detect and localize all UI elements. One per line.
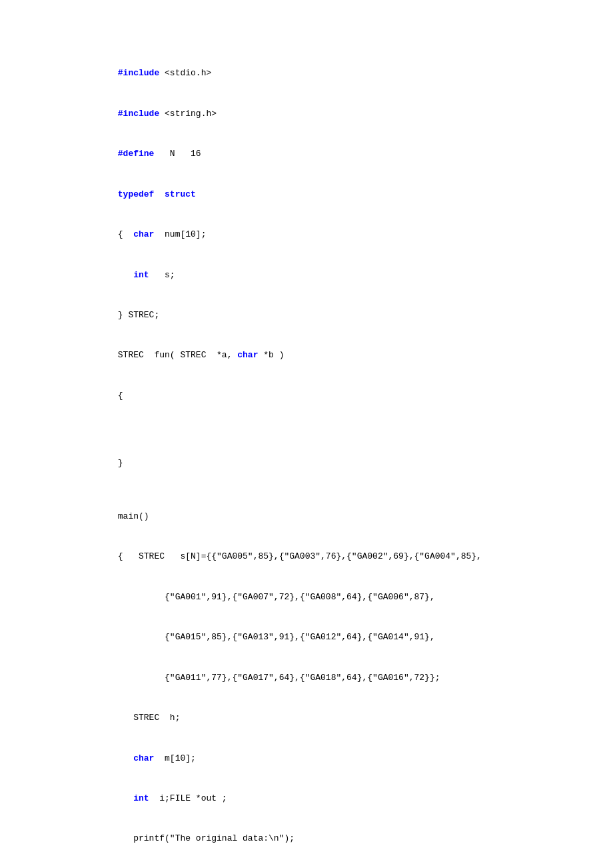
code-struct-close: } STREC; bbox=[87, 295, 526, 335]
code-text: m[10]; bbox=[154, 753, 195, 763]
code-text: {"GA011",77},{"GA017",64},{"GA018",64},{… bbox=[118, 673, 440, 683]
code-main-decl: main() bbox=[87, 497, 526, 537]
code-text bbox=[118, 270, 133, 280]
keyword-typedef: typedef bbox=[118, 189, 155, 199]
page-container: #include <stdio.h> #include <string.h> #… bbox=[0, 13, 613, 868]
code-text: { STREC s[N]={{"GA005",85},{"GA003",76},… bbox=[118, 551, 482, 561]
code-define: #define N 16 bbox=[87, 134, 526, 174]
keyword-char3: char bbox=[133, 753, 154, 763]
code-text: <string.h> bbox=[159, 109, 217, 119]
code-text: i;FILE *out ; bbox=[149, 793, 227, 803]
code-line-blank1 bbox=[87, 27, 526, 40]
code-struct-int: int s; bbox=[87, 255, 526, 295]
code-text: *b ) bbox=[258, 350, 284, 360]
code-include-string: #include <string.h> bbox=[87, 94, 526, 134]
code-text bbox=[154, 189, 165, 199]
code-text: { bbox=[118, 391, 123, 401]
code-text bbox=[118, 753, 133, 763]
code-text: printf("The original data:\n"); bbox=[118, 833, 295, 843]
code-text: {"GA015",85},{"GA013",91},{"GA012",64},{… bbox=[118, 632, 435, 642]
keyword-int2: int bbox=[133, 793, 149, 803]
code-text: <stdio.h> bbox=[159, 68, 211, 78]
code-strec-h: STREC h; bbox=[87, 698, 526, 738]
keyword-char1: char bbox=[133, 229, 154, 239]
code-text bbox=[118, 793, 133, 803]
code-text: {"GA001",91},{"GA007",72},{"GA008",64},{… bbox=[118, 592, 435, 602]
keyword-int1: int bbox=[133, 270, 149, 280]
keyword-char2: char bbox=[237, 350, 258, 360]
code-text: STREC fun( STREC *a, bbox=[118, 350, 237, 360]
code-fun-close: } bbox=[87, 443, 526, 483]
code-struct-open: { char num[10]; bbox=[87, 215, 526, 255]
code-fun-open: { bbox=[87, 376, 526, 416]
keyword-struct: struct bbox=[165, 189, 196, 199]
code-blank3 bbox=[87, 416, 526, 429]
code-section: #include <stdio.h> #include <string.h> #… bbox=[0, 20, 613, 868]
code-line-blank2 bbox=[87, 40, 526, 53]
code-include-stdio: #include <stdio.h> bbox=[87, 53, 526, 93]
code-text: STREC h; bbox=[118, 713, 181, 723]
code-blank4 bbox=[87, 429, 526, 443]
code-typedef: typedef struct bbox=[87, 175, 526, 215]
code-int-i: int i;FILE *out ; bbox=[87, 779, 526, 819]
code-text: N 16 bbox=[154, 149, 201, 159]
code-array-2: {"GA001",91},{"GA007",72},{"GA008",64},{… bbox=[87, 577, 526, 617]
code-array-3: {"GA015",85},{"GA013",91},{"GA012",64},{… bbox=[87, 617, 526, 657]
keyword-include1: #include bbox=[118, 68, 159, 78]
code-char-m: char m[10]; bbox=[87, 738, 526, 778]
code-fun-decl: STREC fun( STREC *a, char *b ) bbox=[87, 335, 526, 375]
code-blank5 bbox=[87, 483, 526, 497]
code-text: main() bbox=[118, 511, 149, 521]
code-text: { bbox=[118, 229, 133, 239]
code-text: s; bbox=[149, 270, 175, 280]
code-text: } STREC; bbox=[118, 310, 159, 320]
keyword-define: #define bbox=[118, 149, 155, 159]
keyword-include2: #include bbox=[118, 109, 159, 119]
code-for: for(i=0; i<N; i++) bbox=[87, 859, 526, 868]
code-text: num[10]; bbox=[154, 229, 206, 239]
code-text: } bbox=[118, 458, 123, 468]
code-printf1: printf("The original data:\n"); bbox=[87, 819, 526, 859]
code-main-open: { STREC s[N]={{"GA005",85},{"GA003",76},… bbox=[87, 537, 526, 577]
code-array-4: {"GA011",77},{"GA017",64},{"GA018",64},{… bbox=[87, 658, 526, 698]
